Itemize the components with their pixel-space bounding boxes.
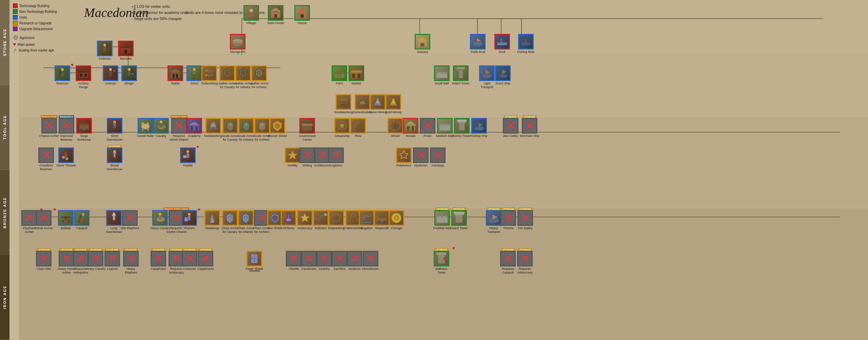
crossbow-bronze-node[interactable]: Crossbow Bowman	[36, 147, 56, 171]
coinage-node[interactable]: $ Coinage	[389, 210, 404, 230]
centurion-node[interactable]: UPGRADE Centurion	[182, 251, 197, 271]
fishing-boat-node[interactable]: Fishing Boat	[517, 34, 534, 54]
academy-node[interactable]: Academy	[186, 118, 202, 138]
writing-node[interactable]: Writing	[299, 147, 315, 167]
trade-boat-node[interactable]: Trade Boat	[470, 34, 486, 54]
svg-rect-234	[441, 215, 443, 217]
ballista-node[interactable]: Ballista	[58, 210, 74, 230]
trireme-node[interactable]: UPGRADE Trireme	[500, 210, 516, 230]
government-center-node[interactable]: Government Center	[297, 118, 317, 142]
stone-thrower-node[interactable]: Stone Thrower	[56, 147, 76, 167]
clubman-node[interactable]: Clubman	[97, 41, 113, 61]
chariot-archer-node[interactable]: Requires wheel Chariot Archer	[39, 118, 59, 138]
chariot-node[interactable]: Requires wheel Requires wheel Chariot	[169, 118, 189, 142]
zealotry-node[interactable]: Zealotry	[316, 251, 332, 271]
light-transport-node[interactable]: Light Transport	[477, 65, 497, 89]
house-node[interactable]: House	[294, 5, 310, 25]
heavy-elephant-node[interactable]: UPGRADE Heavy Elephant	[121, 251, 141, 275]
improved-bowman-node[interactable]: RESEARCH Improved Bowman	[56, 118, 77, 142]
aristocracy-node[interactable]: Aristocracy	[297, 210, 313, 230]
iron-requires-arist-node[interactable]: UPGRADE Requires Aristocracy	[515, 251, 535, 275]
barracks-node[interactable]: Barracks	[118, 41, 134, 61]
sacrifice-node[interactable]: Sacrifice	[332, 251, 347, 271]
stone-mining-node[interactable]: Stone Mining	[369, 94, 387, 114]
fanaticism-node[interactable]: Fanaticism	[301, 251, 317, 271]
metallurgy-node[interactable]: Metallurgy	[204, 210, 220, 230]
engineering-node[interactable]: Engineering	[328, 210, 344, 230]
heavy-cavalry-iron-node[interactable]: UPGRADE Heavy Cavalry	[86, 251, 106, 271]
polytheism-node[interactable]: Polytheism	[396, 147, 412, 167]
cataphracts-node[interactable]: UPGRADE Cataphracts	[197, 251, 214, 271]
afterlife-node[interactable]: Afterlife	[286, 251, 301, 271]
scout-ship-node[interactable]: Scout Ship	[495, 65, 511, 85]
horse-archer-node[interactable]: ♥ Horse Archer	[35, 210, 53, 230]
monotheism-node[interactable]: Monotheism	[362, 251, 379, 271]
architecture-node[interactable]: Architecture	[314, 147, 330, 167]
sentry-tower-node[interactable]: Sentry Tower	[453, 118, 471, 138]
granary-node[interactable]: Granary	[415, 34, 430, 54]
dock-node[interactable]: Dock	[494, 34, 510, 54]
small-wall-node[interactable]: Small Wall	[434, 65, 450, 85]
watch-tower-node[interactable]: Watch Tower	[452, 65, 470, 85]
camel-rider-node[interactable]: Camel Rider	[137, 118, 154, 138]
artisanship-node[interactable]: Artisanship	[334, 118, 350, 138]
heart-legend-icon: ♥	[13, 41, 16, 47]
market-node[interactable]: Market	[349, 65, 364, 85]
hoplite-node[interactable]: ♥ Hoplite	[180, 147, 196, 167]
bronze-shield-node[interactable]: Bronze Shield	[268, 118, 287, 138]
wonder-node[interactable]: Wonder	[246, 251, 263, 273]
legions-node[interactable]: UPGRADE Legions	[104, 251, 120, 271]
storage-pit-node[interactable]: Storage Pit	[230, 34, 245, 54]
bronze-shield-img	[270, 118, 285, 134]
plow-node[interactable]: Plow	[350, 118, 366, 138]
stable-node[interactable]: Stable	[167, 65, 183, 85]
guard-tower-node[interactable]: UPGRADE Guard Tower	[450, 210, 468, 230]
woodworking-node[interactable]: Woodworking	[334, 94, 353, 114]
slinger-node[interactable]: Slinger	[121, 65, 137, 85]
ballistics-tower-node[interactable]: UPGRADE ♥ Ballistics Tower	[431, 251, 452, 275]
woodworking-img	[336, 94, 351, 110]
catapult-node[interactable]: Catapult	[74, 210, 90, 230]
toolworking-node[interactable]: Toolworking	[201, 65, 217, 85]
war-galley-node[interactable]: UPGRADE War Galley	[503, 118, 518, 138]
gold-mining-node[interactable]: Gold Mining	[385, 94, 401, 114]
farm-node[interactable]: Farm	[332, 65, 347, 85]
medicine-node[interactable]: Medicine	[347, 251, 362, 271]
fishing-ship-bronze-node[interactable]: Fishing Ship	[471, 118, 488, 138]
archery-range-node[interactable]: Archery Range	[73, 65, 94, 89]
camel-rider-img	[138, 118, 153, 134]
broad-swordsman-node[interactable]: UPGRADE Broad Swordsman	[104, 147, 125, 171]
villager-node[interactable]: Villager	[243, 5, 259, 25]
metalworking-node[interactable]: Metalworking	[204, 118, 222, 138]
cavalry-node[interactable]: Cavalry	[153, 118, 169, 138]
phalanx-node[interactable]: ♥ Phalanx	[181, 210, 197, 230]
nobility-node[interactable]: Nobility	[285, 147, 300, 167]
fire-galley-node[interactable]: UPGRADE Fire Galley	[517, 210, 533, 230]
fortified-wall-node[interactable]: UPGRADE Fortified Wall	[433, 210, 451, 230]
siege-workshop-node[interactable]: Siege Workshop	[74, 118, 94, 142]
short-swordsman-node[interactable]: Short Swordsman	[104, 118, 125, 142]
bowman-node[interactable]: ♥ Bowman	[55, 65, 70, 85]
astrology-node[interactable]: Astrology	[430, 147, 446, 167]
mysticism-node[interactable]: Mysticism	[413, 147, 429, 167]
svg-point-183	[82, 213, 84, 216]
merchant-ship-node[interactable]: UPGRADE Merchant Ship	[520, 118, 539, 138]
medium-wall-node[interactable]: Medium Wall	[436, 118, 454, 138]
irrigation-node[interactable]: Irrigation	[359, 210, 374, 230]
nobility-label: Nobility	[288, 164, 298, 167]
priest-node[interactable]: Priest	[420, 118, 435, 138]
ballistics-node[interactable]: Ballistics	[313, 210, 329, 230]
war-elephant-node[interactable]: War Elephant	[121, 210, 139, 230]
axeman-node[interactable]: Axeman	[103, 65, 118, 85]
siegecraft-node[interactable]: Siegecraft	[374, 210, 390, 230]
wheel-node[interactable]: Wheel	[388, 118, 403, 138]
cataphract-node[interactable]: UPGRADE Cataphract	[151, 251, 166, 271]
chain-mail-node[interactable]: UPGRADE Chain Mail	[36, 251, 52, 271]
alchemy-node[interactable]: Alchemy	[281, 210, 296, 230]
temple-node[interactable]: Temple	[403, 118, 418, 138]
alchemy-label: Alchemy	[283, 226, 295, 230]
logistics-node[interactable]: Logistics	[328, 147, 344, 167]
town-center-node[interactable]: Town Center	[267, 5, 284, 25]
scout-node[interactable]: Scout	[186, 65, 202, 85]
leather-armor-archers-node[interactable]: Leather Armor for Archers	[249, 65, 269, 89]
